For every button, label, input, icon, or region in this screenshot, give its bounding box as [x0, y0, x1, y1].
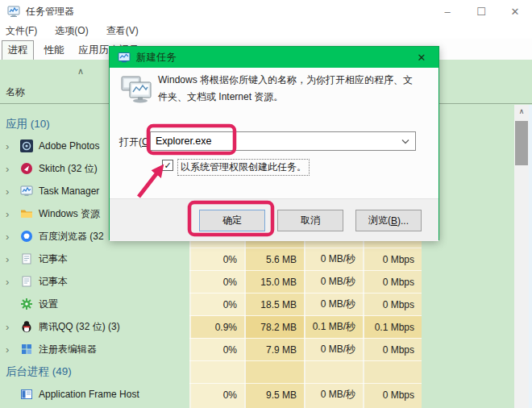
minimize-button[interactable]: – — [430, 0, 464, 23]
cpu-cell: 0% — [189, 294, 244, 315]
notepad-icon — [20, 252, 33, 265]
disk-cell: 0 MB/秒 — [304, 339, 363, 360]
network-cell: 0 Mbps — [363, 384, 422, 406]
menu-options[interactable]: 选项(O) — [46, 24, 97, 38]
admin-checkbox[interactable]: ✓ — [162, 160, 173, 171]
disk-cell: 0 MB/秒 — [304, 248, 363, 270]
notepad-icon — [20, 275, 33, 288]
table-row-values[interactable]: 0% 7.9 MB 0 MB/秒 0 Mbps — [189, 338, 422, 360]
table-row-values[interactable]: 0% 9.5 MB 0 MB/秒 0 Mbps — [189, 383, 422, 406]
registry-editor-icon — [20, 343, 33, 356]
ok-button[interactable]: 确定 — [199, 210, 265, 231]
chevron-right-icon[interactable]: › — [6, 209, 17, 219]
disk-cell: 0 MB/秒 — [304, 294, 363, 315]
process-row[interactable]: › 记事本 — [0, 270, 189, 293]
task-manager-app-icon — [7, 5, 20, 18]
memory-cell: 9.5 MB — [244, 384, 304, 406]
network-cell: 0 Mbps — [363, 339, 422, 360]
chevron-right-icon[interactable]: › — [6, 164, 17, 174]
tab-processes[interactable]: 进程 — [2, 40, 34, 60]
network-cell: 0 Mbps — [363, 271, 422, 293]
cpu-cell: 0% — [189, 248, 244, 270]
disk-cell: 0 MB/秒 — [304, 384, 363, 406]
disk-cell: 0.1 MB/秒 — [304, 316, 363, 338]
qq-penguin-icon — [20, 320, 33, 333]
menu-file[interactable]: 文件(F) — [0, 24, 46, 38]
chevron-right-icon[interactable]: › — [6, 344, 17, 355]
adobe-photoshop-icon — [20, 139, 33, 152]
check-icon: ✓ — [164, 161, 171, 170]
menu-view[interactable]: 查看(V) — [98, 24, 148, 38]
memory-cell: 15.0 MB — [244, 271, 304, 293]
window-edge — [529, 105, 532, 408]
title-bar: 任务管理器 – ☐ ✕ — [0, 0, 532, 23]
tab-performance[interactable]: 性能 — [37, 40, 71, 60]
cpu-cell: 0% — [189, 339, 244, 360]
memory-cell: 5.6 MB — [244, 248, 304, 270]
group-header-background[interactable]: 后台进程 (49) — [0, 360, 189, 383]
network-cell: 0 Mbps — [363, 294, 422, 315]
collapse-column-icon[interactable]: ∧ — [77, 66, 84, 77]
network-cell: 0.1 Mbps — [363, 316, 422, 338]
admin-checkbox-label[interactable]: 以系统管理权限创建此任务。 — [177, 159, 310, 176]
cpu-cell: 0.9% — [189, 316, 244, 338]
table-row-values[interactable]: 0% 18.5 MB 0 MB/秒 0 Mbps — [189, 293, 422, 315]
table-row-values[interactable]: 0.9% 78.2 MB 0.1 MB/秒 0.1 Mbps — [189, 315, 422, 338]
cpu-cell: 0% — [189, 271, 244, 293]
menu-bar: 文件(F) 选项(O) 查看(V) — [0, 23, 532, 39]
dialog-title: 新建任务 — [136, 51, 177, 65]
cancel-button[interactable]: 取消 — [277, 210, 343, 231]
skitch-icon — [20, 162, 33, 175]
chevron-right-icon[interactable]: › — [6, 254, 17, 264]
chevron-right-icon[interactable]: › — [6, 186, 17, 197]
memory-cell: 18.5 MB — [244, 294, 304, 315]
process-row[interactable]: › 注册表编辑器 — [0, 338, 189, 360]
baidu-browser-icon — [20, 230, 33, 243]
task-manager-icon — [20, 185, 33, 198]
window-title: 任务管理器 — [26, 5, 74, 19]
process-row[interactable]: 设置 — [0, 293, 189, 315]
dialog-close-icon[interactable]: ✕ — [405, 47, 438, 68]
chevron-right-icon[interactable]: › — [6, 231, 17, 242]
process-row[interactable]: › 腾讯QQ (32 位) (3) — [0, 315, 189, 338]
memory-cell: 7.9 MB — [244, 339, 304, 360]
table-row-values[interactable]: 0% 5.6 MB 0 MB/秒 0 Mbps — [189, 248, 422, 270]
memory-cell: 78.2 MB — [244, 316, 304, 338]
table-row-values — [189, 360, 422, 383]
close-button[interactable]: ✕ — [498, 0, 532, 23]
cpu-cell: 0% — [189, 384, 244, 406]
vertical-scrollbar[interactable]: ∧ — [514, 105, 529, 408]
task-manager-window: 任务管理器 – ☐ ✕ 文件(F) 选项(O) 查看(V) 进程 性能 应用历史… — [0, 0, 532, 408]
dialog-title-bar[interactable]: 新建任务 ✕ — [110, 47, 438, 68]
new-task-dialog-icon — [118, 51, 131, 64]
dialog-description: Windows 将根据你所键入的名称，为你打开相应的程序、文件夹、文档或 Int… — [158, 72, 421, 106]
dialog-footer: 确定 取消 浏览(B)... — [110, 198, 438, 241]
open-input-value[interactable]: Explorer.exe — [156, 135, 211, 147]
table-row-values[interactable]: 0% 15.0 MB 0 MB/秒 0 Mbps — [189, 270, 422, 293]
settings-gear-icon — [20, 298, 33, 310]
open-combobox[interactable]: Explorer.exe — [150, 131, 416, 151]
process-row[interactable]: › 记事本 — [0, 248, 189, 270]
chevron-down-icon[interactable] — [401, 139, 409, 144]
scrollbar-thumb[interactable] — [515, 121, 528, 165]
network-cell: 0 Mbps — [363, 248, 422, 270]
run-program-icon — [120, 76, 154, 105]
chevron-right-icon[interactable]: › — [6, 277, 17, 287]
name-column-header[interactable]: 名称 — [6, 85, 25, 99]
process-row[interactable]: Application Frame Host — [0, 383, 189, 406]
maximize-button[interactable]: ☐ — [464, 0, 498, 23]
chevron-right-icon[interactable]: › — [6, 141, 17, 152]
application-frame-host-icon — [20, 388, 33, 401]
new-task-dialog: 新建任务 ✕ Windows 将根据你所键入的名称，为你打开相应的程序、文件夹、… — [109, 46, 439, 240]
browse-button[interactable]: 浏览(B)... — [355, 210, 422, 231]
chevron-right-icon[interactable]: › — [6, 322, 17, 332]
disk-cell: 0 MB/秒 — [304, 271, 363, 293]
scroll-up-icon[interactable]: ∧ — [514, 105, 529, 118]
file-explorer-folder-icon — [20, 207, 33, 220]
